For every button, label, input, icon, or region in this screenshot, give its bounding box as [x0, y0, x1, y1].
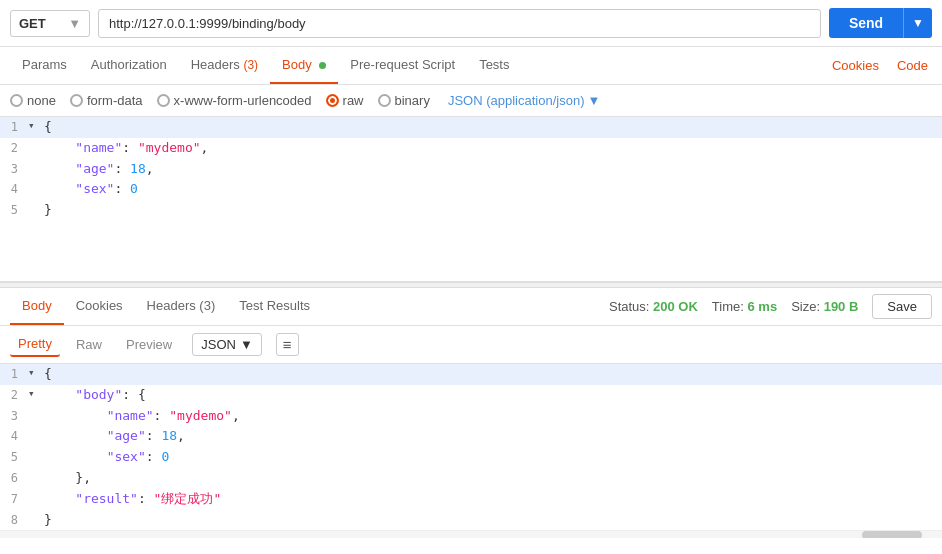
response-line-1: 1 ▾ { [0, 364, 942, 385]
response-tab-cookies[interactable]: Cookies [64, 288, 135, 325]
option-urlencoded[interactable]: x-www-form-urlencoded [157, 93, 312, 108]
size-value: 190 B [824, 299, 859, 314]
resp-content-1: { [42, 364, 942, 385]
line-toggle-5 [28, 200, 42, 218]
line-num-5: 5 [0, 200, 28, 220]
json-format-chevron-icon: ▼ [587, 93, 600, 108]
tabs-right: Cookies Code [828, 48, 932, 83]
response-line-5: 5 "sex": 0 [0, 447, 942, 468]
radio-formdata-icon [70, 94, 83, 107]
tab-authorization[interactable]: Authorization [79, 47, 179, 84]
option-form-data-label: form-data [87, 93, 143, 108]
method-chevron-icon: ▼ [68, 16, 81, 31]
tab-headers[interactable]: Headers (3) [179, 47, 270, 84]
request-editor[interactable]: 1 ▾ { 2 "name": "mydemo", 3 "age": 18, 4… [0, 117, 942, 282]
resp-content-4: "age": 18, [42, 426, 942, 447]
request-line-1: 1 ▾ { [0, 117, 942, 138]
response-tab-body[interactable]: Body [10, 288, 64, 325]
wrap-icon[interactable]: ≡ [276, 333, 299, 356]
scrollbar-thumb[interactable] [862, 531, 922, 538]
request-line-2: 2 "name": "mydemo", [0, 138, 942, 159]
body-options-bar: none form-data x-www-form-urlencoded raw… [0, 85, 942, 117]
response-format-label: JSON [201, 337, 236, 352]
line-num-2: 2 [0, 138, 28, 158]
tab-params[interactable]: Params [10, 47, 79, 84]
option-binary[interactable]: binary [378, 93, 430, 108]
line-num-3: 3 [0, 159, 28, 179]
scrollbar[interactable] [0, 530, 942, 538]
response-format-select[interactable]: JSON ▼ [192, 333, 262, 356]
status-value: 200 OK [653, 299, 698, 314]
method-label: GET [19, 16, 46, 31]
response-status-bar: Status: 200 OK Time: 6 ms Size: 190 B Sa… [609, 294, 932, 319]
json-format-label: JSON (application/json) [448, 93, 585, 108]
option-none[interactable]: none [10, 93, 56, 108]
url-input[interactable] [98, 9, 821, 38]
send-arrow-button[interactable]: ▼ [903, 8, 932, 38]
resp-line-num-2: 2 [0, 385, 28, 405]
option-raw-label: raw [343, 93, 364, 108]
format-tab-raw[interactable]: Raw [68, 333, 110, 356]
status-label: Status: 200 OK [609, 299, 698, 314]
resp-toggle-2[interactable]: ▾ [28, 385, 42, 403]
method-select[interactable]: GET ▼ [10, 10, 90, 37]
resp-line-num-5: 5 [0, 447, 28, 467]
time-label: Time: 6 ms [712, 299, 777, 314]
radio-urlencoded-icon [157, 94, 170, 107]
resp-line-num-7: 7 [0, 489, 28, 509]
tab-body[interactable]: Body [270, 47, 338, 84]
send-button[interactable]: Send [829, 8, 903, 38]
line-content-1: { [42, 117, 942, 138]
line-toggle-3 [28, 159, 42, 177]
resp-content-6: }, [42, 468, 942, 489]
resp-toggle-1[interactable]: ▾ [28, 364, 42, 382]
request-tabs: Params Authorization Headers (3) Body Pr… [0, 47, 942, 85]
resp-content-5: "sex": 0 [42, 447, 942, 468]
json-format-select[interactable]: JSON (application/json) ▼ [448, 93, 600, 108]
tab-pre-request[interactable]: Pre-request Script [338, 47, 467, 84]
resp-toggle-4 [28, 426, 42, 444]
line-content-5: } [42, 200, 942, 221]
line-toggle-4 [28, 179, 42, 197]
code-link[interactable]: Code [893, 48, 932, 83]
resp-line-num-3: 3 [0, 406, 28, 426]
format-tab-preview[interactable]: Preview [118, 333, 180, 356]
radio-raw-icon [326, 94, 339, 107]
size-label: Size: 190 B [791, 299, 858, 314]
response-format-bar: Pretty Raw Preview JSON ▼ ≡ [0, 326, 942, 364]
resp-content-7: "result": "绑定成功" [42, 489, 942, 510]
resp-line-num-6: 6 [0, 468, 28, 488]
option-raw[interactable]: raw [326, 93, 364, 108]
resp-toggle-6 [28, 468, 42, 486]
option-binary-label: binary [395, 93, 430, 108]
headers-badge: (3) [243, 58, 258, 72]
line-toggle-2 [28, 138, 42, 156]
save-button[interactable]: Save [872, 294, 932, 319]
line-content-4: "sex": 0 [42, 179, 942, 200]
response-editor: 1 ▾ { 2 ▾ "body": { 3 "name": "mydemo", … [0, 364, 942, 530]
line-toggle-1[interactable]: ▾ [28, 117, 42, 135]
response-headers-badge: (3) [199, 298, 215, 313]
response-line-3: 3 "name": "mydemo", [0, 406, 942, 427]
resp-content-2: "body": { [42, 385, 942, 406]
resp-line-num-4: 4 [0, 426, 28, 446]
response-tab-headers[interactable]: Headers (3) [135, 288, 228, 325]
option-form-data[interactable]: form-data [70, 93, 143, 108]
response-format-chevron-icon: ▼ [240, 337, 253, 352]
response-line-8: 8 } [0, 510, 942, 531]
resp-toggle-8 [28, 510, 42, 528]
format-tab-pretty[interactable]: Pretty [10, 332, 60, 357]
line-num-4: 4 [0, 179, 28, 199]
request-line-5: 5 } [0, 200, 942, 221]
option-none-label: none [27, 93, 56, 108]
response-line-7: 7 "result": "绑定成功" [0, 489, 942, 510]
tab-tests[interactable]: Tests [467, 47, 521, 84]
radio-binary-icon [378, 94, 391, 107]
resp-toggle-5 [28, 447, 42, 465]
option-urlencoded-label: x-www-form-urlencoded [174, 93, 312, 108]
response-tab-test-results[interactable]: Test Results [227, 288, 322, 325]
resp-line-num-8: 8 [0, 510, 28, 530]
top-bar: GET ▼ Send ▼ [0, 0, 942, 47]
cookies-link[interactable]: Cookies [828, 48, 883, 83]
line-content-2: "name": "mydemo", [42, 138, 942, 159]
